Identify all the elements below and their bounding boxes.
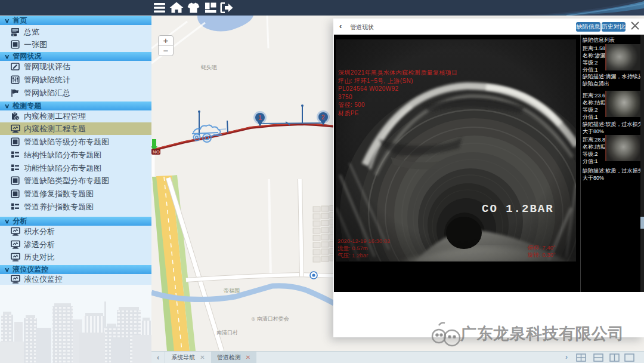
svg-text:NO: NO xyxy=(153,149,160,155)
svg-text:帝福围: 帝福围 xyxy=(224,288,240,294)
svg-text:蚝头咀: 蚝头咀 xyxy=(201,64,217,70)
svg-text:⊙ 南清口村委会: ⊙ 南清口村委会 xyxy=(251,316,289,322)
svg-text:2: 2 xyxy=(321,114,325,121)
svg-text:南清口村: 南清口村 xyxy=(216,330,238,336)
svg-text:1: 1 xyxy=(258,115,262,121)
